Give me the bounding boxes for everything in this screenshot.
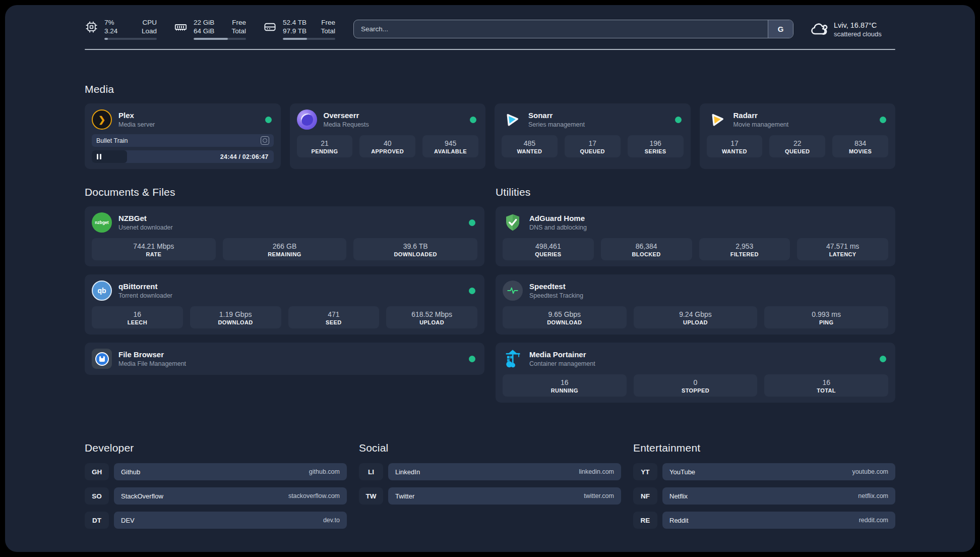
link-abbr: TW: [359, 487, 383, 505]
portainer-icon: [503, 349, 523, 369]
service-card-overseerr[interactable]: Overseerr Media Requests 21PENDING 40APP…: [290, 103, 486, 169]
service-card-plex[interactable]: ❯ Plex Media server Bullet Train 24:44 /: [85, 103, 281, 169]
section-title-utilities: Utilities: [496, 186, 895, 198]
stat-approved: 40APPROVED: [359, 135, 415, 157]
service-subtitle: Speedtest Tracking: [529, 292, 888, 300]
session-icon[interactable]: [261, 136, 269, 145]
link-reddit[interactable]: RE Redditreddit.com: [633, 512, 895, 529]
disk-stat: 52.4 TBFree 97.9 TBTotal: [263, 18, 335, 40]
ram-total-label: Total: [231, 27, 246, 35]
ram-total-value: 64 GiB: [194, 27, 214, 35]
service-name: NZBGet: [118, 213, 462, 223]
section-title-entertainment: Entertainment: [633, 442, 895, 454]
cpu-load-label: Load: [142, 27, 157, 35]
link-twitter[interactable]: TW Twittertwitter.com: [359, 487, 621, 505]
stat-available: 945AVAILABLE: [422, 135, 478, 157]
pause-icon[interactable]: [97, 154, 101, 159]
service-name: Radarr: [733, 110, 874, 120]
disk-free-value: 52.4 TB: [283, 18, 307, 27]
cloud-icon: [810, 20, 828, 38]
service-card-radarr[interactable]: Radarr Movie management 17WANTED 22QUEUE…: [700, 103, 896, 169]
search-input[interactable]: [354, 20, 768, 38]
stat-download: 9.65 GbpsDOWNLOAD: [503, 306, 627, 328]
cpu-value: 7%: [104, 18, 114, 27]
service-subtitle: Movie management: [733, 121, 874, 129]
overseerr-icon: [297, 109, 317, 130]
stat-wanted: 485WANTED: [502, 135, 558, 157]
service-card-speedtest[interactable]: Speedtest Speedtest Tracking 9.65 GbpsDO…: [496, 274, 895, 335]
stat-queries: 498,461QUERIES: [503, 238, 594, 260]
link-youtube[interactable]: YT YouTubeyoutube.com: [633, 463, 895, 480]
stat-queued: 22QUEUED: [769, 135, 825, 157]
now-playing-title: Bullet Train: [96, 137, 128, 144]
service-card-portainer[interactable]: Media Portainer Container management 16R…: [496, 343, 895, 403]
weather-condition: scattered clouds: [834, 30, 882, 38]
link-abbr: RE: [633, 512, 657, 529]
section-title-developer: Developer: [85, 442, 347, 454]
plex-icon: ❯: [92, 109, 112, 130]
dashboard-page: 7%CPU 3.24Load 22 GiBFree 64 GiBTotal: [5, 5, 975, 552]
ram-progress-bar: [194, 38, 246, 40]
cpu-load-value: 3.24: [104, 27, 117, 35]
qbittorrent-icon: qb: [92, 281, 112, 301]
google-search-button[interactable]: G: [768, 20, 793, 38]
disk-progress-bar: [283, 38, 335, 40]
stat-leech: 16LEECH: [92, 306, 183, 328]
utilities-section: Utilities AdGuard Home: [496, 186, 895, 411]
ram-icon: [174, 20, 188, 34]
link-linkedin[interactable]: LI LinkedInlinkedin.com: [359, 463, 621, 480]
status-online-dot: [470, 117, 476, 123]
status-online-dot: [880, 356, 886, 362]
stat-filtered: 2,953FILTERED: [699, 238, 790, 260]
sonarr-icon: [502, 109, 522, 130]
link-stackoverflow[interactable]: SO StackOverflowstackoverflow.com: [85, 487, 347, 505]
stat-downloaded: 39.6 TBDOWNLOADED: [353, 238, 477, 260]
service-card-nzbget[interactable]: nzbget NZBGet Usenet downloader 744.21 M…: [85, 206, 484, 266]
nzbget-icon: nzbget: [92, 212, 112, 233]
service-subtitle: DNS and adblocking: [529, 224, 888, 232]
adguard-icon: [503, 212, 523, 233]
service-card-filebrowser[interactable]: File Browser Media File Management: [85, 343, 484, 375]
service-name: Plex: [118, 110, 259, 120]
service-card-sonarr[interactable]: Sonarr Series management 485WANTED 17QUE…: [495, 103, 691, 169]
developer-links-section: Developer GH Githubgithub.com SO StackOv…: [85, 442, 347, 536]
link-github[interactable]: GH Githubgithub.com: [85, 463, 347, 480]
status-online-dot: [675, 117, 682, 123]
stat-latency: 47.571 msLATENCY: [797, 238, 888, 260]
stat-running: 16RUNNING: [503, 374, 627, 397]
cpu-progress-bar: [104, 38, 157, 40]
playback-progress-bar[interactable]: 24:44 / 02:06:47: [92, 150, 274, 163]
service-card-qbittorrent[interactable]: qb qBittorrent Torrent downloader 16LEEC…: [85, 274, 484, 335]
stat-rate: 744.21 MbpsRATE: [92, 238, 216, 260]
link-abbr: YT: [633, 463, 657, 480]
service-card-adguard[interactable]: AdGuard Home DNS and adblocking 498,461Q…: [496, 206, 895, 266]
weather-widget: Lviv, 16.87°C scattered clouds: [810, 20, 895, 38]
service-name: Speedtest: [529, 282, 888, 291]
link-netflix[interactable]: NF Netflixnetflix.com: [633, 487, 895, 505]
service-subtitle: Usenet downloader: [118, 224, 462, 232]
disk-free-label: Free: [321, 18, 335, 27]
status-online-dot: [469, 356, 475, 362]
stat-blocked: 86,384BLOCKED: [601, 238, 692, 260]
service-subtitle: Series management: [528, 121, 668, 129]
service-name: Sonarr: [528, 110, 668, 120]
link-abbr: DT: [85, 512, 109, 529]
stat-queued: 17QUEUED: [565, 135, 621, 157]
link-abbr: LI: [359, 463, 383, 480]
stat-movies: 834MOVIES: [832, 135, 888, 157]
service-subtitle: Media server: [118, 121, 259, 129]
link-abbr: NF: [633, 487, 657, 505]
stat-pending: 21PENDING: [297, 135, 353, 157]
link-abbr: GH: [85, 463, 109, 480]
social-links-section: Social LI LinkedInlinkedin.com TW Twitte…: [359, 442, 621, 536]
status-online-dot: [469, 288, 475, 294]
section-title-documents: Documents & Files: [85, 186, 484, 198]
stat-ping: 0.993 msPING: [764, 306, 888, 328]
weather-location: Lviv, 16.87°C: [834, 21, 882, 30]
link-dev[interactable]: DT DEVdev.to: [85, 512, 347, 529]
service-subtitle: Container management: [529, 360, 873, 368]
header-divider: [85, 49, 895, 50]
disk-icon: [263, 20, 277, 34]
service-subtitle: Media Requests: [324, 121, 464, 129]
ram-stat: 22 GiBFree 64 GiBTotal: [174, 18, 246, 40]
